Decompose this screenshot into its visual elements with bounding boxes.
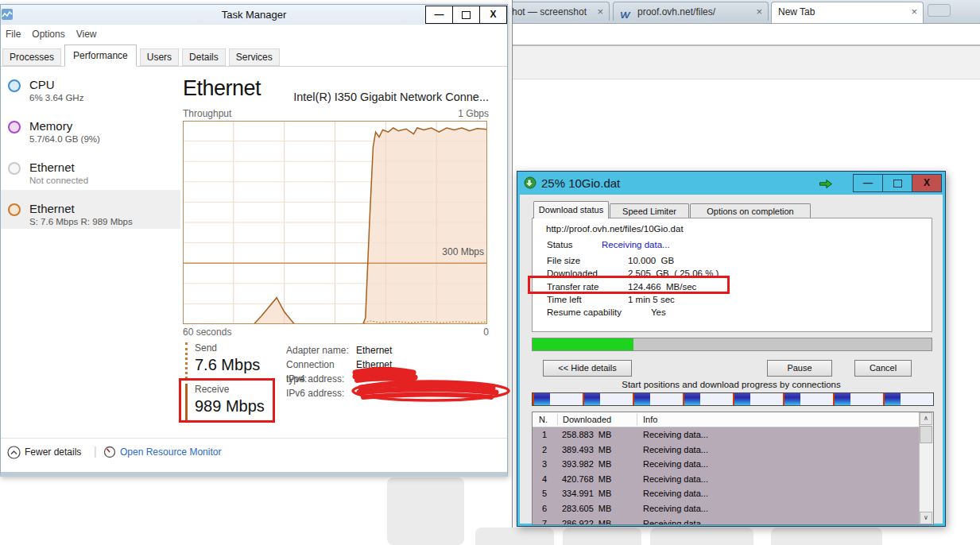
ip-redaction-scribbles [350, 365, 521, 405]
tab-details[interactable]: Details [182, 48, 226, 66]
dialog-body: Download status Speed Limiter Options on… [520, 195, 943, 524]
tab-performance[interactable]: Performance [64, 44, 137, 67]
file-size-label: File size [547, 256, 580, 265]
browser-tab-new-tab[interactable]: New Tab × [771, 2, 924, 23]
tab-close-icon[interactable]: × [911, 2, 917, 21]
col-info[interactable]: Info [643, 412, 657, 427]
chevron-up-circle-icon [7, 446, 21, 462]
resume-capability-label: Resume capability [547, 307, 622, 317]
screen: hot — screenshot to × VV proof.ovh.net/f… [0, 0, 980, 545]
minimize-button[interactable]: — [425, 6, 453, 24]
tab-download-status[interactable]: Download status [533, 201, 609, 218]
close-button[interactable]: X [479, 6, 507, 24]
midline-label: 300 Mbps [442, 246, 484, 257]
send-label: Send [195, 342, 260, 354]
connection-segment [633, 393, 683, 405]
time-left-value: 1 min 5 sec [628, 295, 675, 304]
browser-tab-bar: hot — screenshot to × VV proof.ovh.net/f… [513, 0, 980, 24]
maximize-button[interactable] [882, 174, 912, 192]
window-title: 25% 10Gio.dat [541, 172, 620, 195]
sidebar-item-detail: 5.7/64.0 GB (9%) [29, 134, 100, 144]
hide-details-button[interactable]: << Hide details [543, 360, 632, 377]
column-separator[interactable] [557, 414, 558, 425]
tab-processes[interactable]: Processes [2, 48, 61, 66]
adapter-subtitle: Intel(R) I350 Gigabit Network Conne... [293, 91, 489, 103]
tab-label: New Tab [778, 2, 904, 21]
sidebar-item-name: CPU [29, 78, 55, 91]
sidebar-item-detail: S: 7.6 Mbps R: 989 Mbps [29, 217, 133, 226]
page-thumbnail [475, 528, 554, 545]
connection-segment [783, 393, 833, 405]
sidebar-item-detail: Not connected [29, 176, 88, 185]
connection-row[interactable]: 3393.982 MBReceiving data... [533, 457, 920, 472]
tab-users[interactable]: Users [140, 48, 179, 66]
title-bar[interactable]: Task Manager — X [1, 5, 507, 25]
download-url: http://proof.ovh.net/files/10Gio.dat [546, 224, 684, 234]
connection-segment [683, 393, 733, 405]
sidebar-item-name: Ethernet [29, 160, 75, 174]
scroll-down-icon[interactable]: ∨ [920, 512, 932, 524]
maximize-icon [462, 11, 471, 19]
tab-services[interactable]: Services [229, 48, 280, 66]
connections-list: N. Downloaded Info 1258.883 MBReceiving … [532, 412, 934, 525]
tab-close-icon[interactable]: × [597, 2, 603, 21]
footer-separator: | [94, 445, 97, 458]
footer: Fewer details | Open Resource Monitor [1, 443, 507, 463]
connection-segment [533, 393, 583, 405]
browser-toolbar-band [513, 44, 980, 79]
column-separator[interactable] [637, 414, 637, 425]
fewer-details-button[interactable]: Fewer details [25, 446, 81, 458]
open-resource-monitor-link[interactable]: Open Resource Monitor [120, 446, 221, 458]
menu-view[interactable]: View [76, 29, 97, 40]
progress-fill [533, 338, 633, 350]
menu-file[interactable]: File [6, 29, 21, 40]
connection-row[interactable]: 1258.883 MBReceiving data... [533, 427, 920, 443]
connection-row[interactable]: 6283.605 MBReceiving data... [533, 501, 920, 516]
maximize-button[interactable] [452, 6, 480, 24]
resume-capability-value: Yes [651, 307, 666, 317]
idm-app-icon [524, 176, 536, 192]
footer-divider [1, 438, 507, 439]
menu-options[interactable]: Options [32, 29, 64, 40]
tab-options-on-completion[interactable]: Options on completion [690, 203, 811, 218]
resource-monitor-icon [103, 446, 116, 462]
memory-ring-icon [8, 121, 21, 133]
connection-segment [583, 393, 633, 405]
cancel-button[interactable]: Cancel [854, 360, 912, 377]
col-downloaded[interactable]: Downloaded [563, 412, 611, 427]
page-thumbnail [771, 528, 882, 545]
close-button[interactable]: X [912, 174, 942, 192]
minimize-button[interactable]: — [853, 174, 883, 192]
connection-segment [883, 393, 933, 405]
connection-row[interactable]: 4420.768 MBReceiving data... [533, 472, 920, 487]
title-bar[interactable]: 25% 10Gio.dat — X [517, 172, 945, 195]
tab-speed-limiter[interactable]: Speed Limiter [610, 203, 689, 218]
scroll-up-icon[interactable]: ∧ [920, 412, 932, 425]
browser-tab-2[interactable]: VV proof.ovh.net/files/ × [613, 2, 769, 21]
throughput-graph [183, 121, 487, 324]
status-value: Receiving data... [602, 240, 670, 249]
tab-close-icon[interactable]: × [756, 2, 762, 21]
throughput-label: Throughput [183, 108, 231, 119]
scroll-thumb[interactable] [920, 426, 932, 443]
connection-row[interactable]: 5334.991 MBReceiving data... [533, 486, 920, 501]
cpu-ring-icon [8, 79, 21, 92]
download-status-panel: http://proof.ovh.net/files/10Gio.dat Sta… [532, 218, 932, 332]
connection-row[interactable]: 2389.493 MBReceiving data... [533, 443, 920, 458]
download-progress-bar [532, 338, 932, 351]
ipv4-label: IPv4 address: [286, 372, 356, 386]
page-thumbnail [563, 528, 641, 545]
col-n[interactable]: N. [539, 412, 548, 427]
browser-tab-1[interactable]: hot — screenshot to × [513, 2, 610, 21]
connection-row[interactable]: 7286.922 MBReceiving data... [533, 516, 920, 525]
receive-highlight-annotation [179, 378, 275, 423]
new-tab-button[interactable] [928, 4, 951, 17]
connection-segment [833, 393, 883, 405]
maximize-icon [893, 180, 902, 187]
connections-rows: 1258.883 MBReceiving data... 2389.493 MB… [533, 427, 920, 524]
list-scrollbar[interactable]: ∧ ∨ [919, 412, 933, 524]
window-controls: — X [854, 174, 942, 192]
adapter-name-label: Adapter name: [286, 343, 356, 358]
pause-button[interactable]: Pause [767, 360, 832, 377]
sidebar-item-name: Ethernet [29, 202, 75, 215]
